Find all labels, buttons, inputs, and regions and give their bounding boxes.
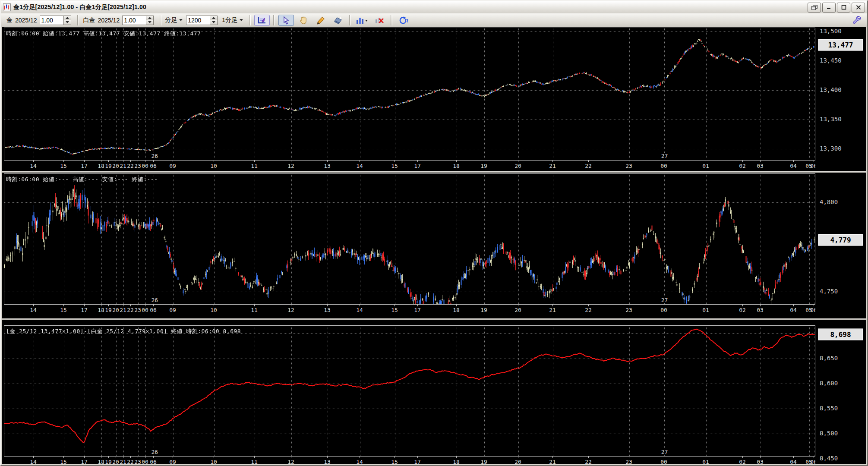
x-tick-mark: [793, 161, 794, 162]
title-bar[interactable]: 金1分足[2025/12]1.00 - 白金1分足[2025/12]1.00: [1, 1, 867, 14]
bar-type-dropdown[interactable]: 分足: [165, 16, 183, 24]
x-tick-label: 15: [60, 459, 67, 465]
x-tick-mark: [291, 305, 291, 306]
bar-count-down-button[interactable]: [210, 20, 217, 25]
x-tick-label: 22: [585, 163, 592, 169]
day-marker: 26: [151, 449, 158, 455]
x-tick-mark: [84, 305, 85, 306]
x-tick-label: 09: [169, 459, 176, 465]
x-tick-mark: [108, 457, 109, 458]
x-tick-label: 23: [134, 459, 141, 465]
gold-multiplier-spinner: [40, 16, 71, 25]
platinum-multiplier-down-button[interactable]: [146, 20, 153, 25]
x-tick-label: 14: [30, 163, 37, 169]
y-axis-label: 8,650: [820, 355, 838, 362]
eraser-tool-button[interactable]: [330, 15, 346, 26]
gold-plot-canvas[interactable]: [4, 28, 815, 160]
x-tick-label: 22: [127, 163, 134, 169]
x-tick-label: 20: [514, 307, 521, 313]
close-button[interactable]: [852, 3, 865, 13]
x-tick-mark: [63, 161, 64, 162]
delete-chart-button[interactable]: [372, 15, 387, 26]
day-marker: 27: [661, 297, 669, 303]
maximize-button[interactable]: [837, 3, 850, 13]
x-tick-label: 01: [702, 307, 709, 313]
chart-settings-button[interactable]: [254, 15, 270, 26]
y-axis-label: 13,500: [820, 28, 842, 35]
x-tick-label: 14: [30, 459, 37, 465]
chart-preferences-button[interactable]: [849, 15, 863, 26]
x-tick-mark: [123, 305, 123, 306]
x-tick-mark: [291, 161, 291, 162]
float-window-icon: [811, 5, 817, 10]
x-tick-label: 03: [757, 459, 764, 465]
bar-count-up-button[interactable]: [210, 16, 217, 20]
x-tick-label: 21: [120, 307, 126, 313]
float-window-button[interactable]: [808, 3, 821, 13]
toolbar-separator: [349, 15, 351, 25]
eraser-icon: [333, 16, 343, 25]
panel-splitter[interactable]: [2, 318, 866, 320]
bar-count-input[interactable]: [186, 16, 210, 25]
day-marker: 27: [661, 449, 669, 455]
chevron-down-icon: [240, 19, 243, 21]
platinum-plot-canvas[interactable]: [4, 174, 815, 304]
x-tick-label: 01: [702, 459, 709, 465]
y-axis-label: 4,750: [820, 288, 838, 295]
x-tick-label: 15: [391, 307, 398, 313]
up-arrow-icon: [212, 17, 215, 19]
x-tick-mark: [484, 161, 484, 162]
x-tick-mark: [153, 457, 154, 458]
x-tick-label: 19: [105, 459, 112, 465]
gold-chart-panel: 時刻:06:00 始値:13,477 高値:13,477 安値:13,477 終…: [4, 28, 815, 161]
gold-contract-month: 2025/12: [15, 17, 37, 24]
hand-icon: [299, 16, 308, 25]
x-tick-label: 21: [549, 163, 556, 169]
close-icon: [856, 5, 861, 10]
x-tick-label: 23: [625, 459, 632, 465]
gold-multiplier-input[interactable]: [40, 16, 63, 25]
x-tick-mark: [417, 457, 418, 458]
x-tick-label: 22: [585, 459, 592, 465]
x-tick-mark: [552, 161, 553, 162]
x-tick-label: 17: [414, 307, 421, 313]
x-tick-label: 04: [790, 459, 797, 465]
pointer-tool-button[interactable]: [278, 15, 294, 26]
down-arrow-icon: [148, 21, 152, 23]
x-tick-mark: [101, 457, 101, 458]
platinum-multiplier-up-button[interactable]: [146, 16, 153, 20]
reload-chart-button[interactable]: R: [396, 15, 411, 26]
app-window: 金1分足[2025/12]1.00 - 白金1分足[2025/12]1.00: [0, 0, 868, 466]
x-tick-mark: [173, 161, 173, 162]
interval-dropdown[interactable]: 1分足: [222, 16, 243, 24]
window-title: 金1分足[2025/12]1.00 - 白金1分足[2025/12]1.00: [13, 3, 146, 11]
panel-splitter[interactable]: [2, 171, 866, 173]
platinum-price-axis: 4,8004,7504,779: [817, 173, 866, 305]
x-tick-mark: [809, 161, 809, 162]
x-tick-mark: [84, 457, 85, 458]
x-tick-label: 09: [169, 307, 176, 313]
toolbar-separator: [77, 15, 79, 25]
x-tick-label: 14: [356, 459, 363, 465]
x-tick-mark: [214, 457, 214, 458]
platinum-multiplier-input[interactable]: [122, 16, 146, 25]
pencil-tool-button[interactable]: [313, 15, 328, 26]
x-tick-label: 10: [210, 163, 217, 169]
minimize-button[interactable]: [822, 3, 836, 13]
x-tick-label: 19: [480, 459, 487, 465]
x-tick-label: 06: [150, 163, 157, 169]
gold-multiplier-down-button[interactable]: [64, 20, 71, 25]
x-tick-mark: [760, 457, 761, 458]
x-tick-label: 00: [142, 307, 148, 313]
x-tick-mark: [552, 305, 553, 306]
gold-multiplier-up-button[interactable]: [64, 16, 71, 20]
x-tick-mark: [706, 161, 706, 162]
spread-plot-canvas[interactable]: [4, 326, 815, 456]
x-tick-mark: [33, 305, 34, 306]
x-tick-mark: [108, 161, 109, 162]
x-tick-label: 00: [660, 307, 667, 313]
x-tick-label: 23: [134, 163, 141, 169]
x-tick-label: 02: [739, 459, 746, 465]
chart-style-button[interactable]: [354, 15, 370, 26]
hand-tool-button[interactable]: [296, 15, 311, 26]
